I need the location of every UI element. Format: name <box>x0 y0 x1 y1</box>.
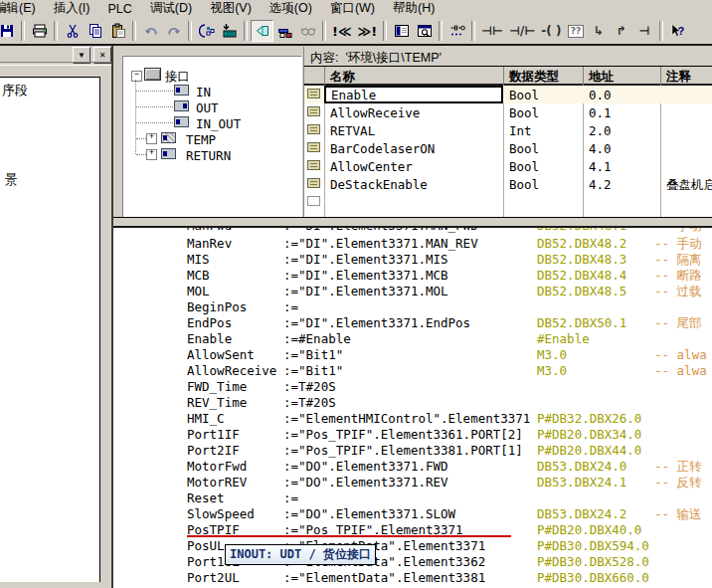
param-address: DB52.DBX48.5 <box>537 284 626 299</box>
cell-name[interactable]: AllowReceive <box>330 105 420 120</box>
code-line[interactable]: ManRev:="DI".Element3371.MAN_REVDB52.DBX… <box>113 236 712 252</box>
menu-item-0[interactable]: 编辑(E) <box>0 0 45 18</box>
menu-item-6[interactable]: 窗口(W) <box>321 0 384 18</box>
code-line[interactable]: Enable:=#Enable#Enable <box>113 331 712 347</box>
cell-address[interactable]: 4.1 <box>589 159 612 174</box>
stl-code-pane[interactable]: ManFwd:="DI".Element3371.MAN_FWDDB52.DBX… <box>113 228 712 588</box>
toolbar-button-save[interactable] <box>0 20 18 42</box>
code-line[interactable]: Port2IF:="Pos_TPIF".Element3381.PORT[1]P… <box>113 443 712 459</box>
code-line[interactable]: EndPos:="DI".Element3371.EndPosDB52.DBX5… <box>113 315 712 331</box>
code-line[interactable]: Reset:= <box>113 490 712 506</box>
code-line[interactable]: MCB:="DI".Element3371.MCBDB52.DBX48.4-- … <box>113 268 712 284</box>
code-line[interactable]: FWD_Time:=T#20S <box>113 379 712 395</box>
table-row[interactable]: AllowCenterBool4.1 <box>304 157 712 175</box>
toolbar-button-rail[interactable]: ⊣ <box>633 20 656 42</box>
menu-item-7[interactable]: 帮助(H) <box>384 0 444 18</box>
cell-comment[interactable]: 叠盘机启 <box>666 177 712 194</box>
column-header-1: 数据类型 <box>509 69 559 86</box>
menu-bar: 编辑(E)插入(I)PLC调试(D)视图(V)选项(O)窗口(W)帮助(H) <box>0 0 712 18</box>
cell-datatype[interactable]: Bool <box>509 177 539 192</box>
toolbar-button-open-branch[interactable]: ↳ <box>588 20 611 42</box>
tree-expand-box[interactable]: + <box>146 149 157 160</box>
table-row[interactable]: RETVALInt2.0 <box>304 121 712 139</box>
cell-address[interactable]: 0.1 <box>589 105 612 120</box>
toolbar-button-print[interactable] <box>28 20 51 42</box>
toolbar-button-download[interactable] <box>218 20 241 42</box>
tree-guide-line <box>136 138 146 140</box>
code-line[interactable]: AllowSent:="Bit1"M3.0-- alwa <box>113 347 712 363</box>
table-row[interactable]: AllowReceiveBool0.1 <box>304 103 712 121</box>
cell-datatype[interactable]: Int <box>509 123 532 138</box>
toolbar-button-call-structure[interactable] <box>195 20 218 42</box>
tree-item-interface[interactable]: 接口 <box>165 69 190 86</box>
toolbar-button-monitor-glasses[interactable] <box>296 20 319 42</box>
catalog-panel[interactable] <box>0 78 99 582</box>
catalog-item-fragment[interactable]: 景 <box>5 171 18 189</box>
tree-item-temp[interactable]: TEMP <box>186 132 216 147</box>
toolbar-button-copy[interactable] <box>84 20 106 42</box>
code-line[interactable]: BeginPos:= <box>113 299 712 315</box>
toolbar-button-contact-nc[interactable]: ⊣/⊢ <box>506 20 538 42</box>
cell-name[interactable]: RETVAL <box>330 123 375 138</box>
menu-item-5[interactable]: 选项(O) <box>261 0 321 18</box>
tree-item-out[interactable]: OUT <box>196 100 219 115</box>
toolbar-button-help-select[interactable]: ? <box>666 20 689 42</box>
toolbar-button-close-branch[interactable]: ↱ <box>611 20 633 42</box>
catalog-item-fragment[interactable]: 序段 <box>2 82 28 99</box>
toolbar-button-goto-previous-error[interactable]: !≪ <box>329 20 355 42</box>
toolbar-button-paste[interactable] <box>106 20 129 42</box>
code-line[interactable]: MIS:="DI".Element3371.MISDB52.DBX48.3-- … <box>113 252 712 268</box>
toolbar-button-redo[interactable] <box>162 20 185 42</box>
cell-datatype[interactable]: Bool <box>509 141 539 156</box>
pane-splitter[interactable] <box>113 218 712 226</box>
toolbar-button-goto-next-error[interactable]: ≫! <box>355 20 381 42</box>
code-line[interactable]: Port1UL:="ElementData".Element3362P#DB30… <box>113 554 712 570</box>
tree-item-return[interactable]: RETURN <box>186 148 231 163</box>
tree-item-in[interactable]: IN <box>196 85 211 99</box>
code-line[interactable]: ManFwd:="DI".Element3371.MAN_FWDDB52.DBX… <box>113 228 712 234</box>
table-row[interactable]: EnableBool0.0 <box>304 86 712 103</box>
tree-item-in_out[interactable]: IN_OUT <box>196 116 241 131</box>
code-line[interactable]: AllowReceive:="Bit1"M3.0-- alwa <box>113 363 712 379</box>
cell-datatype[interactable]: Bool <box>509 88 539 102</box>
toolbar-button-empty-box[interactable]: ?? <box>565 20 588 42</box>
table-row[interactable]: BarCodelaserONBool4.0 <box>304 139 712 157</box>
toolbar-button-symbolic-display[interactable] <box>251 20 273 42</box>
tree-expand-box[interactable]: + <box>146 133 157 144</box>
menu-item-3[interactable]: 调试(D) <box>141 0 201 18</box>
code-line[interactable]: HMI_C:="ElementHMIControl".Element3371P#… <box>113 411 712 427</box>
column-separator <box>503 67 504 86</box>
toolbar-button-cut[interactable] <box>61 20 84 42</box>
code-line[interactable]: REV_Time:=T#20S <box>113 395 712 411</box>
selected-name-cell[interactable]: Enable <box>324 86 503 103</box>
toolbar-button-overview-window[interactable] <box>390 20 413 42</box>
cell-name[interactable]: BarCodelaserON <box>330 141 435 156</box>
cell-address[interactable]: 0.0 <box>589 88 612 102</box>
code-line[interactable]: MotorREV:="DO".Element3371.REVDB53.DBX24… <box>113 475 712 490</box>
cell-name[interactable]: DeStackEnable <box>330 177 428 192</box>
table-row[interactable]: DeStackEnableBool4.2叠盘机启 <box>304 175 712 193</box>
cell-name[interactable]: AllowCenter <box>330 159 413 174</box>
cell-datatype[interactable]: Bool <box>509 105 539 120</box>
menu-item-2[interactable]: PLC <box>98 1 140 18</box>
cell-address[interactable]: 4.0 <box>589 141 612 156</box>
toolbar-button-detail-window[interactable] <box>413 20 436 42</box>
cell-address[interactable]: 4.2 <box>589 177 612 192</box>
cell-datatype[interactable]: Bool <box>509 159 539 174</box>
toolbar-button-insert-network[interactable] <box>445 20 468 42</box>
table-row-empty[interactable] <box>304 193 712 211</box>
code-line[interactable]: MOL:="DI".Element3371.MOLDB52.DBX48.5-- … <box>113 284 712 299</box>
code-line[interactable]: Port1IF:="Pos_TPIF".Element3361.PORT[2]P… <box>113 427 712 443</box>
toolbar-button-contact-no[interactable]: ⊣⊢ <box>478 20 506 42</box>
code-line[interactable]: MotorFwd:="DO".Element3371.FWDDB53.DBX24… <box>113 459 712 475</box>
cell-address[interactable]: 2.0 <box>589 123 612 138</box>
toolbar-button-undo[interactable] <box>139 20 162 42</box>
code-line[interactable]: SlowSpeed:="DO".Element3371.SLOWDB53.DBX… <box>113 506 712 522</box>
menu-item-4[interactable]: 视图(V) <box>201 0 261 18</box>
code-line[interactable]: Port2UL:="ElementData".Element3381P#DB30… <box>113 570 712 586</box>
toolbar-button-coil[interactable]: -( ) <box>538 20 564 42</box>
menu-item-1[interactable]: 插入(I) <box>45 0 99 18</box>
code-line[interactable]: PosUL:="ElementData".Element3371P#DB30.D… <box>113 538 712 554</box>
param-value: :="DI".Element3371.MAN_FWD <box>283 228 478 234</box>
toolbar-button-symbol-information[interactable] <box>273 20 296 42</box>
